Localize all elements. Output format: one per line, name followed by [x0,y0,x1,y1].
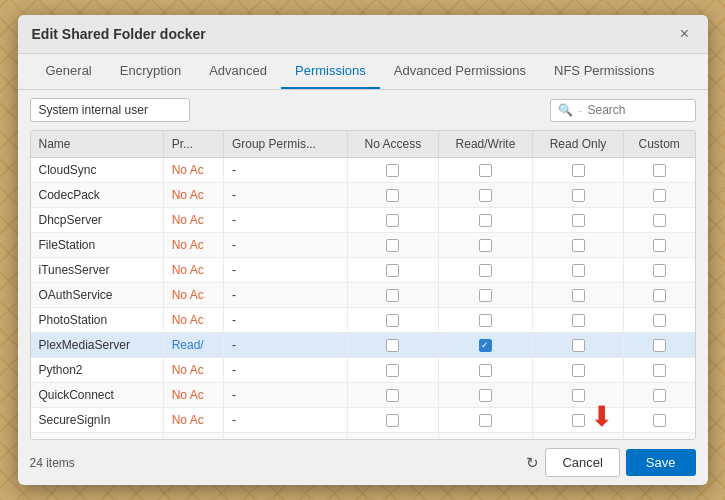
cell-no-access[interactable] [348,233,439,258]
cell-read-write[interactable]: ✓ [438,333,532,358]
footer: 24 items ↻ Cancel Save [18,440,708,485]
cell-group: - [223,358,347,383]
tab-general[interactable]: General [32,54,106,89]
cell-privilege: Read/ [163,333,223,358]
cell-privilege: No Ac [163,183,223,208]
cell-no-access[interactable] [348,258,439,283]
col-read-write: Read/Write [438,131,532,158]
cell-custom[interactable] [623,208,694,233]
cell-read-write[interactable] [438,208,532,233]
cell-name: iTunesServer [31,258,164,283]
cell-group: - [223,408,347,433]
cell-group: - [223,208,347,233]
col-no-access: No Access [348,131,439,158]
items-count: 24 items [30,456,75,470]
cell-no-access[interactable] [348,283,439,308]
cancel-button[interactable]: Cancel [545,448,619,477]
cell-read-write[interactable] [438,158,532,183]
cell-no-access[interactable] [348,358,439,383]
cell-privilege: No Ac [163,283,223,308]
cell-privilege: No Ac [163,383,223,408]
cell-privilege: No Ac [163,158,223,183]
cell-custom[interactable] [623,158,694,183]
cell-group: - [223,333,347,358]
cell-no-access[interactable] [348,308,439,333]
cell-group: - [223,183,347,208]
tab-permissions[interactable]: Permissions [281,54,380,89]
tab-nfs-permissions[interactable]: NFS Permissions [540,54,668,89]
cell-custom[interactable] [623,408,694,433]
cell-name: CodecPack [31,183,164,208]
cell-name: OAuthService [31,283,164,308]
cell-read-only[interactable] [533,258,624,283]
cell-read-write[interactable] [438,258,532,283]
cell-no-access[interactable] [348,183,439,208]
cell-read-only[interactable] [533,183,624,208]
toolbar: System internal user 🔍 - [18,90,708,130]
cell-group: - [223,233,347,258]
cell-read-write[interactable] [438,383,532,408]
cell-read-write[interactable] [438,408,532,433]
table-row: SecureSignIn No Ac - [31,408,695,433]
cell-read-only[interactable] [533,333,624,358]
cell-no-access[interactable] [348,333,439,358]
col-name: Name [31,131,164,158]
cell-read-only[interactable] [533,433,624,441]
cell-custom[interactable] [623,258,694,283]
tab-advanced[interactable]: Advanced [195,54,281,89]
cell-read-only[interactable] [533,408,624,433]
col-custom: Custom [623,131,694,158]
save-button[interactable]: Save [626,449,696,476]
table-row: StorageAnalyzer No Ac - [31,433,695,441]
cell-group: - [223,433,347,441]
cell-read-only[interactable] [533,283,624,308]
cell-no-access[interactable] [348,408,439,433]
cell-read-only[interactable] [533,158,624,183]
cell-read-only[interactable] [533,208,624,233]
cell-read-only[interactable] [533,308,624,333]
tab-advanced-permissions[interactable]: Advanced Permissions [380,54,540,89]
cell-custom[interactable] [623,358,694,383]
cell-custom[interactable] [623,333,694,358]
cell-read-write[interactable] [438,308,532,333]
search-input[interactable] [588,103,688,117]
cell-custom[interactable] [623,383,694,408]
cell-no-access[interactable] [348,158,439,183]
cell-custom[interactable] [623,283,694,308]
cell-name: Python2 [31,358,164,383]
cell-privilege: No Ac [163,208,223,233]
user-select[interactable]: System internal user [30,98,190,122]
cell-privilege: No Ac [163,408,223,433]
cell-name: StorageAnalyzer [31,433,164,441]
cell-name: QuickConnect [31,383,164,408]
refresh-button[interactable]: ↻ [526,454,539,472]
cell-read-write[interactable] [438,233,532,258]
cell-no-access[interactable] [348,208,439,233]
cell-group: - [223,308,347,333]
edit-folder-dialog: Edit Shared Folder docker × General Encr… [18,15,708,485]
cell-read-write[interactable] [438,283,532,308]
tab-encryption[interactable]: Encryption [106,54,195,89]
permissions-table-container: Name Pr... Group Permis... No Access Rea… [30,130,696,440]
close-button[interactable]: × [676,25,694,43]
cell-read-only[interactable] [533,358,624,383]
cell-name: CloudSync [31,158,164,183]
cell-read-write[interactable] [438,183,532,208]
table-row: Python2 No Ac - [31,358,695,383]
cell-read-write[interactable] [438,358,532,383]
table-row: DhcpServer No Ac - [31,208,695,233]
cell-custom[interactable] [623,308,694,333]
cell-no-access[interactable] [348,383,439,408]
cell-custom[interactable] [623,433,694,441]
cell-privilege: No Ac [163,358,223,383]
cell-read-write[interactable] [438,433,532,441]
cell-no-access[interactable] [348,433,439,441]
cell-read-only[interactable] [533,383,624,408]
cell-read-only[interactable] [533,233,624,258]
cell-group: - [223,383,347,408]
cell-custom[interactable] [623,183,694,208]
cell-custom[interactable] [623,233,694,258]
user-select-wrap: System internal user [30,98,190,122]
dialog-header: Edit Shared Folder docker × [18,15,708,54]
cell-privilege: No Ac [163,308,223,333]
